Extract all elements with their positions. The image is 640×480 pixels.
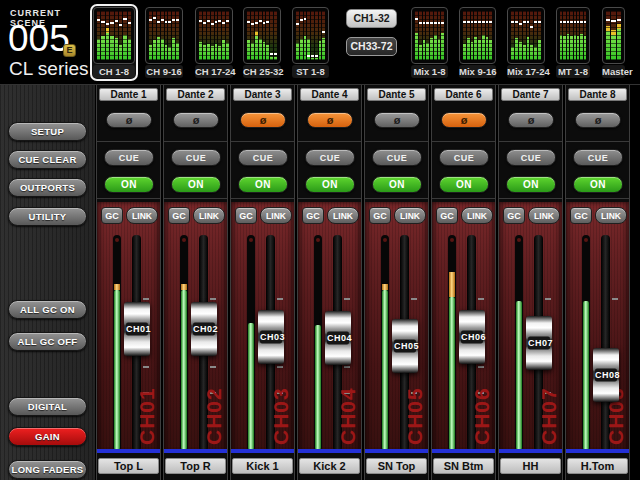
bank-ch33-72-button[interactable]: CH33-72: [346, 37, 397, 56]
meter-block-master[interactable]: Master: [599, 4, 628, 81]
meter-bar: [467, 11, 470, 60]
on-button[interactable]: ON: [439, 176, 489, 193]
current-scene-block[interactable]: CURRENT SCENE 005 E CL series: [0, 0, 95, 85]
gc-button[interactable]: GC: [436, 207, 458, 224]
channel-name[interactable]: SN Btm: [433, 458, 494, 474]
fader-position-mark: [538, 21, 541, 23]
meter-segmentation: [534, 11, 537, 60]
link-button[interactable]: LINK: [528, 207, 560, 224]
port-label[interactable]: Dante 1: [99, 88, 158, 101]
meter-display: [292, 7, 329, 64]
port-label[interactable]: Dante 3: [233, 88, 292, 101]
meter-block-st-1-8[interactable]: ST 1-8: [289, 4, 332, 81]
meter-block-ch-9-16[interactable]: CH 9-16: [142, 4, 186, 81]
fader-knob[interactable]: CH06: [459, 310, 485, 364]
digital-button[interactable]: DIGITAL: [8, 397, 87, 416]
phase-button[interactable]: ø: [575, 112, 621, 128]
meter-block-mix-1-8[interactable]: Mix 1-8: [408, 4, 451, 81]
fader-knob[interactable]: CH08: [593, 348, 619, 402]
cue-button[interactable]: CUE: [238, 149, 288, 166]
outports-button[interactable]: OUTPORTS: [8, 178, 87, 197]
channel-name[interactable]: H.Tom: [567, 458, 628, 474]
channel-name[interactable]: Top L: [98, 458, 159, 474]
gc-button[interactable]: GC: [168, 207, 190, 224]
meter-display: [507, 7, 545, 64]
meter-display: [195, 7, 233, 64]
bank-ch1-32-button[interactable]: CH1-32: [346, 9, 397, 28]
phase-button[interactable]: ø: [240, 112, 286, 128]
all-gc-off-button[interactable]: ALL GC OFF: [8, 332, 87, 351]
on-button[interactable]: ON: [305, 176, 355, 193]
gc-button[interactable]: GC: [570, 207, 592, 224]
meter-segmentation: [471, 11, 474, 60]
link-button[interactable]: LINK: [260, 207, 292, 224]
gain-button[interactable]: GAIN: [8, 427, 87, 446]
phase-button[interactable]: ø: [441, 112, 487, 128]
cue-button[interactable]: CUE: [506, 149, 556, 166]
meter-block-ch-25-32[interactable]: CH 25-32: [240, 4, 284, 81]
meter-block-ch-1-8[interactable]: CH 1-8: [90, 4, 138, 81]
channel-name[interactable]: SN Top: [366, 458, 427, 474]
all-gc-on-button[interactable]: ALL GC ON: [8, 300, 87, 319]
meter-block-mix-9-16[interactable]: Mix 9-16: [456, 4, 499, 81]
channel-strip-7: Dante 7øCUEONGCLINKCH07CH07HH: [498, 85, 563, 480]
channel-name[interactable]: HH: [500, 458, 561, 474]
gc-button[interactable]: GC: [235, 207, 257, 224]
fader-knob[interactable]: CH03: [258, 310, 284, 364]
gc-button[interactable]: GC: [503, 207, 525, 224]
cue-button[interactable]: CUE: [305, 149, 355, 166]
meter-block-mix-17-24[interactable]: Mix 17-24: [504, 4, 548, 81]
link-button[interactable]: LINK: [126, 207, 158, 224]
cue-button[interactable]: CUE: [573, 149, 623, 166]
fader-knob[interactable]: CH07: [526, 316, 552, 370]
fader-position-mark: [560, 21, 562, 23]
meter-segmentation: [519, 11, 522, 60]
channel-name[interactable]: Top R: [165, 458, 226, 474]
port-label[interactable]: Dante 5: [367, 88, 426, 101]
cue-button[interactable]: CUE: [104, 149, 154, 166]
cue-button[interactable]: CUE: [372, 149, 422, 166]
fader-knob-label: CH04: [327, 332, 349, 345]
on-button[interactable]: ON: [573, 176, 623, 193]
channel-meter: [314, 235, 322, 451]
channel-name[interactable]: Kick 1: [232, 458, 293, 474]
channel-meter-level: [315, 325, 321, 450]
on-button[interactable]: ON: [104, 176, 154, 193]
fader-knob[interactable]: CH05: [392, 319, 418, 373]
cue-clear-button[interactable]: CUE CLEAR: [8, 150, 87, 169]
phase-button[interactable]: ø: [508, 112, 554, 128]
fader-knob[interactable]: CH01: [124, 302, 150, 356]
link-button[interactable]: LINK: [394, 207, 426, 224]
port-label[interactable]: Dante 8: [568, 88, 627, 101]
long-faders-button[interactable]: LONG FADERS: [8, 460, 87, 479]
meter-block-mt-1-8[interactable]: MT 1-8: [553, 4, 593, 81]
link-button[interactable]: LINK: [193, 207, 225, 224]
on-button[interactable]: ON: [238, 176, 288, 193]
cue-button[interactable]: CUE: [171, 149, 221, 166]
meter-bar: [519, 11, 522, 60]
cue-button[interactable]: CUE: [439, 149, 489, 166]
link-button[interactable]: LINK: [461, 207, 493, 224]
port-label[interactable]: Dante 4: [300, 88, 359, 101]
port-label[interactable]: Dante 6: [434, 88, 493, 101]
gc-button[interactable]: GC: [302, 207, 324, 224]
phase-button[interactable]: ø: [374, 112, 420, 128]
link-button[interactable]: LINK: [595, 207, 627, 224]
port-label[interactable]: Dante 2: [166, 88, 225, 101]
gc-button[interactable]: GC: [369, 207, 391, 224]
channel-name[interactable]: Kick 2: [299, 458, 360, 474]
link-button[interactable]: LINK: [327, 207, 359, 224]
on-button[interactable]: ON: [171, 176, 221, 193]
on-button[interactable]: ON: [372, 176, 422, 193]
utility-button[interactable]: UTILITY: [8, 207, 87, 226]
fader-knob[interactable]: CH04: [325, 311, 351, 365]
port-label[interactable]: Dante 7: [501, 88, 560, 101]
phase-button[interactable]: ø: [173, 112, 219, 128]
meter-block-ch-17-24[interactable]: CH 17-24: [192, 4, 236, 81]
phase-button[interactable]: ø: [307, 112, 353, 128]
fader-knob[interactable]: CH02: [191, 302, 217, 356]
on-button[interactable]: ON: [506, 176, 556, 193]
setup-button[interactable]: SETUP: [8, 122, 87, 141]
gc-button[interactable]: GC: [101, 207, 123, 224]
phase-button[interactable]: ø: [106, 112, 152, 128]
